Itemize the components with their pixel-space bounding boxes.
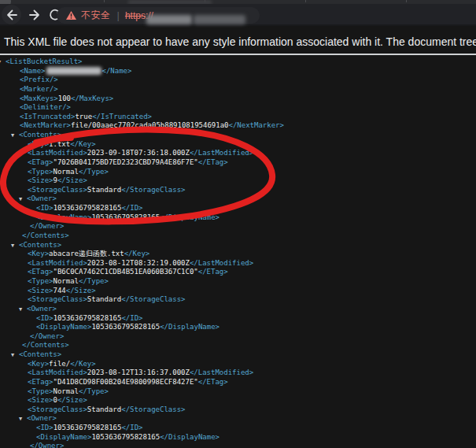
- xml-line: ▼<Owner>: [0, 414, 476, 424]
- xml-line: <StorageClass>Standard</StorageClass>: [0, 186, 476, 195]
- xml-line: <Key>1.txt</Key>: [0, 140, 476, 150]
- xml-tag: <ID>: [36, 424, 54, 431]
- xml-value: true: [75, 113, 92, 120]
- xml-line: ▼<Owner>: [0, 305, 476, 314]
- xml-tag: </NextMarker>: [229, 121, 284, 129]
- xml-value: abacare递归函数.txt: [49, 250, 124, 257]
- xml-tag: </Type>: [79, 168, 109, 176]
- xml-tag: <ID>: [36, 314, 54, 322]
- xml-line: <Prefix/>: [0, 76, 476, 85]
- xml-tag: <Contents>: [19, 131, 61, 139]
- xml-line: </Contents>: [0, 341, 476, 350]
- collapse-arrow-icon[interactable]: ▼: [19, 305, 27, 315]
- xml-line: </Contents>: [0, 231, 476, 241]
- collapse-arrow-icon[interactable]: ▼: [11, 351, 19, 361]
- xml-tag: <LastModified>: [28, 368, 87, 376]
- xml-tag: <DisplayName>: [36, 213, 91, 221]
- xml-line: <Name></Name>: [0, 67, 476, 76]
- xml-value: file/00aaec7702cada05b8891081954691a0: [71, 121, 228, 129]
- xml-line: <Delimiter/>: [0, 103, 476, 113]
- xml-tag: <StorageClass>: [28, 405, 87, 413]
- xml-tag: </DisplayName>: [160, 323, 220, 331]
- xml-value: 100: [58, 94, 71, 102]
- xml-value: Normal: [54, 387, 79, 395]
- xml-tag: </Owner>: [30, 222, 64, 230]
- xml-value: "B6C0CA7462C1CDB4B51EA060B367C1C0": [54, 268, 198, 276]
- xml-viewer-page: This XML file does not appear to have an…: [0, 28, 476, 448]
- tab-separator: [305, 0, 306, 2]
- xml-line: <DisplayName>1053636795828165</DisplayNa…: [0, 433, 476, 442]
- xml-tag: </ID>: [121, 204, 142, 212]
- xml-tag: <LastModified>: [28, 259, 87, 267]
- collapse-arrow-icon[interactable]: ▼: [11, 131, 19, 141]
- xml-line: <MaxKeys>100</MaxKeys>: [0, 94, 476, 104]
- xml-value: Standard: [87, 186, 121, 194]
- xml-tag: </IsTruncated>: [92, 113, 152, 120]
- browser-toolbar: 不安全 | https ://: [0, 4, 476, 26]
- xml-tag: <ETag>: [28, 378, 54, 386]
- back-icon[interactable]: [5, 8, 19, 22]
- xml-line: <StorageClass>Standard</StorageClass>: [0, 405, 476, 415]
- xml-style-message: This XML file does not appear to have an…: [0, 28, 476, 48]
- xml-line: ▼<Owner>: [0, 194, 476, 204]
- xml-line: <Type>Normal</Type>: [0, 387, 476, 397]
- xml-tag: </Key>: [70, 360, 96, 368]
- xml-tag: <Delimiter/>: [20, 103, 71, 111]
- xml-tag: <NextMarker>: [20, 121, 71, 129]
- xml-tag: </LastModified>: [190, 149, 253, 157]
- xml-line: <LastModified>2023-08-12T08:32:19.000Z</…: [0, 259, 476, 268]
- xml-tag: </MaxKeys>: [71, 94, 113, 102]
- xml-value: "D41D8CD98F00B204E9800998ECF8427E": [54, 378, 198, 386]
- xml-value: 744: [54, 287, 66, 294]
- xml-tag: <IsTruncated>: [20, 113, 75, 120]
- xml-tag: <ListBucketResult>: [6, 57, 83, 65]
- xml-line: <Size>0</Size>: [0, 396, 476, 405]
- xml-line: <DisplayName>1053636795828165</DisplayNa…: [0, 323, 476, 332]
- xml-line: <ID>1053636795828165</ID>: [0, 424, 476, 433]
- xml-tag: </Name>: [102, 67, 132, 75]
- xml-value: 1053636795828165: [54, 314, 122, 322]
- xml-tag: <Key>: [28, 140, 49, 148]
- xml-tag: </LastModified>: [190, 368, 253, 376]
- forward-icon[interactable]: [28, 8, 42, 22]
- xml-line: </Owner>: [0, 222, 476, 231]
- collapse-arrow-icon[interactable]: ▼: [19, 415, 27, 424]
- tab-separator: [104, 0, 105, 2]
- xml-tag: </Owner>: [30, 442, 64, 448]
- xml-tag: <ETag>: [28, 158, 54, 166]
- xml-tag: <StorageClass>: [28, 186, 87, 194]
- xml-tag: </ID>: [121, 424, 142, 431]
- xml-line: <ETag>"D41D8CD98F00B204E9800998ECF8427E"…: [0, 378, 476, 387]
- xml-value: 1053636795828165: [91, 433, 160, 441]
- xml-tree: ▼<ListBucketResult><Name></Name><Prefix/…: [0, 55, 476, 448]
- xml-line: <ETag>"B6C0CA7462C1CDB4B51EA060B367C1C0"…: [0, 268, 476, 277]
- collapse-arrow-icon[interactable]: ▼: [0, 58, 6, 68]
- xml-tag: </ETag>: [198, 158, 228, 166]
- xml-line: <NextMarker>file/00aaec7702cada05b889108…: [0, 121, 476, 131]
- warning-triangle-icon[interactable]: [66, 11, 76, 20]
- xml-tag: </LastModified>: [190, 259, 253, 267]
- xml-tag: </StorageClass>: [121, 405, 185, 413]
- xml-tag: </ETag>: [198, 268, 228, 276]
- redaction-blur-url: [146, 15, 192, 24]
- xml-tag: </DisplayName>: [160, 433, 220, 441]
- xml-tag: </Size>: [57, 176, 87, 184]
- xml-tag: </Owner>: [30, 332, 64, 340]
- xml-tag: <Key>: [28, 250, 49, 257]
- collapse-arrow-icon[interactable]: ▼: [11, 242, 19, 251]
- xml-tag: <Owner>: [27, 194, 57, 202]
- xml-line: <ID>1053636795828165</ID>: [0, 204, 476, 213]
- xml-line: <ID>1053636795828165</ID>: [0, 314, 476, 324]
- xml-tag: <Owner>: [27, 305, 57, 313]
- browser-window: 不安全 | https :// This XML file does not a…: [0, 0, 476, 448]
- xml-line: <StorageClass>Standard</StorageClass>: [0, 295, 476, 305]
- collapse-arrow-icon[interactable]: ▼: [19, 195, 27, 205]
- xml-tag: <Key>: [28, 360, 49, 368]
- xml-line: ▼<Contents>: [0, 350, 476, 360]
- xml-tag: </Type>: [79, 387, 109, 395]
- xml-line: ▼<Contents>: [0, 131, 476, 140]
- xml-tag: <Type>: [28, 387, 54, 395]
- xml-tag: <Type>: [28, 277, 54, 285]
- xml-tag: </DisplayName>: [160, 213, 220, 221]
- xml-tag: <Type>: [28, 168, 54, 176]
